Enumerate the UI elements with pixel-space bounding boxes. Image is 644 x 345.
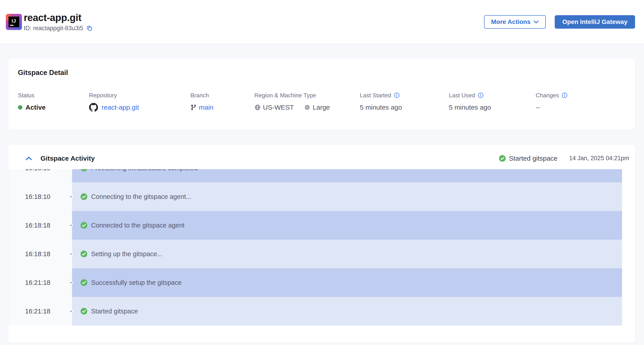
log-band: Connecting to the gitspace agent...	[72, 182, 622, 211]
field-last-started: Last Started 5 minutes ago	[360, 92, 449, 112]
log-row: 16:18:10 Connecting to the gitspace agen…	[8, 182, 635, 211]
gitspace-id-row: ID: reactappgit-83u3i5	[24, 25, 93, 32]
last-started-label-row: Last Started	[360, 92, 449, 99]
check-circle-icon	[80, 222, 87, 229]
branch-value-row: main	[190, 102, 254, 112]
more-actions-label: More Actions	[491, 18, 530, 26]
last-used-value: 5 minutes ago	[449, 102, 536, 112]
gitspace-activity-card: Gitspace Activity Started gitspace 14 Ja…	[8, 145, 635, 343]
status-label: Status	[18, 92, 89, 99]
git-branch-icon	[190, 104, 197, 110]
log-message: Provisioning infrastructure completed	[91, 169, 198, 172]
log-band: Setting up the gitspace...	[72, 240, 622, 268]
activity-log[interactable]: 16:18:10 Provisioning infrastructure com…	[8, 169, 635, 326]
check-circle-icon	[80, 193, 87, 200]
log-message: Setting up the gitspace...	[91, 250, 162, 258]
branch-link[interactable]: main	[199, 104, 214, 111]
cpu-chip-icon	[304, 104, 310, 110]
activity-latest-status-text: Started gitspace	[509, 154, 558, 162]
copy-icon[interactable]	[86, 25, 93, 31]
machine-item: Large	[304, 104, 330, 111]
last-used-label: Last Used	[449, 92, 475, 99]
check-circle-icon	[80, 250, 87, 257]
chevron-down-icon	[534, 20, 538, 24]
repository-value-row: react-app.git	[89, 102, 190, 112]
log-row: 16:21:18 Successfully setup the gitspace	[8, 268, 635, 297]
top-header: IJ react-app.git ID: reactappgit-83u3i5 …	[0, 0, 644, 44]
timeline-dot-icon	[69, 310, 73, 313]
page-title: react-app.git	[24, 12, 93, 23]
info-icon[interactable]	[562, 92, 568, 98]
log-timestamp: 16:18:10	[8, 169, 72, 182]
activity-title: Gitspace Activity	[40, 154, 95, 162]
last-started-value: 5 minutes ago	[360, 102, 449, 112]
field-last-used: Last Used 5 minutes ago	[449, 92, 536, 112]
log-message: Successfully setup the gitspace	[91, 279, 182, 286]
field-changes: Changes --	[536, 92, 626, 112]
last-started-label: Last Started	[360, 92, 391, 99]
field-region-machine: Region & Machine Type US-WEST	[254, 92, 360, 112]
timeline-dot-icon	[69, 281, 73, 284]
check-circle-icon	[80, 308, 87, 314]
github-icon	[89, 103, 98, 112]
region-machine-label: Region & Machine Type	[254, 92, 360, 99]
region-item: US-WEST	[254, 104, 294, 111]
gitspace-detail-card: Gitspace Detail Status Active Repository	[8, 58, 635, 130]
status-value-row: Active	[18, 102, 89, 112]
info-icon[interactable]	[394, 92, 400, 98]
intellij-logo-monogram: IJ	[8, 16, 19, 27]
log-timestamp: 16:18:18	[8, 211, 72, 240]
chevron-up-icon[interactable]	[26, 156, 32, 160]
more-actions-button[interactable]: More Actions	[484, 15, 546, 29]
field-repository: Repository react-app.git	[89, 92, 190, 112]
detail-card-title: Gitspace Detail	[18, 69, 626, 77]
log-band: Connected to the gitspace agent	[72, 211, 622, 240]
open-intellij-gateway-button[interactable]: Open IntelliJ Gateway	[555, 15, 635, 29]
log-row: 16:18:18 Connected to the gitspace agent	[8, 211, 635, 240]
gitspace-id: ID: reactappgit-83u3i5	[24, 25, 83, 32]
page-body: Gitspace Detail Status Active Repository	[0, 58, 644, 343]
detail-fields-row: Status Active Repository react-app.git	[18, 92, 626, 112]
check-circle-icon	[80, 169, 87, 172]
machine-type-value: Large	[312, 104, 330, 111]
open-gateway-label: Open IntelliJ Gateway	[562, 18, 628, 26]
header-actions: More Actions Open IntelliJ Gateway	[484, 15, 635, 29]
log-message: Connecting to the gitspace agent...	[91, 193, 191, 200]
field-status: Status Active	[18, 92, 89, 112]
log-timestamp: 16:21:18	[8, 268, 72, 297]
changes-label-row: Changes	[536, 92, 626, 99]
region-value: US-WEST	[263, 104, 294, 111]
log-row: 16:18:10 Provisioning infrastructure com…	[8, 169, 635, 182]
gitspace-detail-page: IJ react-app.git ID: reactappgit-83u3i5 …	[0, 0, 644, 345]
check-circle-icon	[499, 155, 506, 162]
globe-icon	[254, 104, 261, 110]
activity-latest-status: Started gitspace 14 Jan, 2025 04:21pm	[499, 154, 629, 162]
log-band: Successfully setup the gitspace	[72, 268, 622, 297]
log-message: Started gitspace	[91, 308, 138, 315]
region-machine-value-row: US-WEST	[254, 102, 360, 112]
header-title-group: IJ react-app.git ID: reactappgit-83u3i5	[6, 12, 93, 32]
log-band: Started gitspace	[72, 297, 622, 326]
field-branch: Branch main	[190, 92, 254, 112]
log-band: Provisioning infrastructure completed	[72, 169, 622, 182]
timeline-dot-icon	[69, 195, 73, 198]
title-block: react-app.git ID: reactappgit-83u3i5	[24, 12, 93, 32]
timeline-dot-icon	[69, 224, 73, 227]
log-timestamp: 16:18:18	[8, 240, 72, 268]
changes-value: --	[536, 102, 626, 112]
log-timestamp: 16:21:18	[8, 297, 72, 326]
changes-label: Changes	[536, 92, 559, 99]
check-circle-icon	[80, 279, 87, 286]
log-timestamp: 16:18:10	[8, 182, 72, 211]
log-row: 16:21:18 Started gitspace	[8, 297, 635, 326]
info-icon[interactable]	[478, 92, 484, 98]
timeline-dot-icon	[69, 252, 73, 256]
activity-header: Gitspace Activity Started gitspace 14 Ja…	[8, 145, 635, 169]
repository-label: Repository	[89, 92, 190, 99]
log-message: Connected to the gitspace agent	[91, 222, 184, 229]
repository-link[interactable]: react-app.git	[102, 104, 139, 111]
log-row: 16:18:18 Setting up the gitspace...	[8, 240, 635, 268]
status-active-dot	[18, 105, 22, 110]
activity-latest-timestamp: 14 Jan, 2025 04:21pm	[569, 155, 629, 162]
last-used-label-row: Last Used	[449, 92, 536, 99]
